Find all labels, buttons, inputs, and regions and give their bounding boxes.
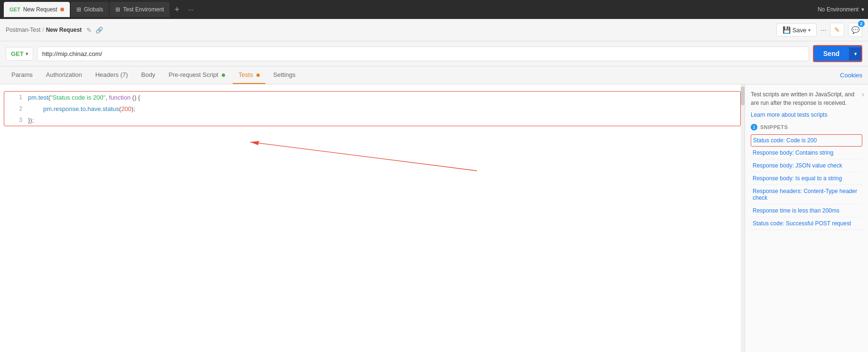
snippets-header: 1 SNIPPETS: [751, 124, 862, 130]
tab-tests[interactable]: Tests: [233, 66, 265, 84]
comment-icon-button[interactable]: 💬: [848, 23, 862, 37]
method-label: GET: [11, 50, 24, 57]
pre-request-label: Pre-request Script: [169, 71, 218, 78]
main-content: 1 pm.test("Status code is 200", function…: [0, 84, 868, 352]
line-number-1: 1: [8, 94, 22, 101]
code-line-2: 2 pm.response.to.have.status(200);: [4, 103, 740, 114]
pencil-icon: ✎: [834, 26, 840, 34]
breadcrumb-parent: Postman-Test: [6, 27, 40, 33]
method-arrow: ▾: [26, 51, 28, 56]
breadcrumb-current: New Request: [46, 27, 82, 33]
tab-test-env[interactable]: ⊞ Test Enviroment: [110, 2, 170, 17]
headers-label: Headers (7): [95, 71, 128, 78]
send-label: Send: [814, 46, 849, 61]
snippet-body-equal[interactable]: Response body: Is equal to a string: [751, 172, 862, 185]
send-dropdown-arrow[interactable]: ▾: [849, 47, 861, 60]
save-label: Save: [793, 27, 807, 34]
link-icon[interactable]: 🔗: [95, 27, 103, 34]
editor-scrollbar[interactable]: [741, 84, 745, 352]
request-tabs-nav: Params Authorization Headers (7) Body Pr…: [0, 66, 868, 84]
code-editor[interactable]: 1 pm.test("Status code is 200", function…: [0, 84, 745, 133]
globals-icon: ⊞: [76, 6, 81, 13]
line-number-3: 3: [8, 117, 22, 123]
code-content-1: pm.test("Status code is 200", function (…: [28, 94, 140, 101]
tab-label: Globals: [84, 6, 104, 13]
code-token: pm: [28, 94, 37, 101]
right-panel: › Test scripts are written in JavaScript…: [745, 84, 868, 352]
tab-body[interactable]: Body: [135, 66, 161, 84]
tab-authorization[interactable]: Authorization: [40, 66, 88, 84]
snippet-headers-content-type[interactable]: Response headers: Content-Type header ch…: [751, 185, 862, 204]
tab-bar: GET New Request ⊞ Globals ⊞ Test Envirom…: [0, 0, 868, 19]
settings-label: Settings: [273, 71, 295, 78]
editor-panel: 1 pm.test("Status code is 200", function…: [0, 84, 745, 352]
add-tab-button[interactable]: +: [170, 5, 183, 15]
breadcrumb: Postman-Test / New Request ✎ 🔗: [6, 27, 103, 34]
chevron-down-icon: ▾: [861, 6, 864, 13]
code-snippet-box: 1 pm.test("Status code is 200", function…: [4, 91, 741, 126]
learn-more-link[interactable]: Learn more about tests scripts: [751, 111, 827, 118]
save-dropdown-arrow: ▾: [808, 28, 811, 33]
url-input[interactable]: [37, 46, 809, 61]
save-icon: 💾: [783, 26, 791, 34]
method-select[interactable]: GET ▾: [6, 47, 33, 61]
tab-label: Test Enviroment: [123, 6, 164, 13]
unsaved-dot: [60, 8, 64, 11]
url-bar: GET ▾ Send ▾: [0, 41, 868, 66]
svg-line-1: [250, 142, 477, 171]
tab-headers[interactable]: Headers (7): [90, 66, 134, 84]
save-button[interactable]: 💾 Save ▾: [776, 23, 817, 37]
method-badge: GET: [9, 7, 20, 12]
params-label: Params: [11, 71, 33, 78]
tab-pre-request[interactable]: Pre-request Script: [163, 66, 231, 84]
code-content-2: pm.response.to.have.status(200);: [28, 105, 135, 112]
more-options-label[interactable]: ···: [821, 26, 826, 34]
more-tabs-button[interactable]: ···: [184, 6, 198, 13]
environment-selector[interactable]: No Environment ▾: [818, 6, 864, 13]
tests-dot: [256, 74, 260, 77]
right-panel-chevron[interactable]: ›: [862, 90, 864, 99]
scrollbar-thumb: [741, 86, 745, 105]
line-number-2: 2: [8, 105, 22, 112]
snippet-body-string[interactable]: Response body: Contains string: [751, 147, 862, 159]
code-line-3: 3 });: [4, 114, 740, 126]
header-actions: 💾 Save ▾ ··· ✎ 💬: [776, 23, 862, 37]
tab-params[interactable]: Params: [6, 66, 38, 84]
tab-settings[interactable]: Settings: [267, 66, 301, 84]
tab-label: New Request: [23, 6, 57, 13]
snippet-status-post[interactable]: Status code: Successful POST request: [751, 217, 862, 230]
breadcrumb-sep: /: [42, 27, 44, 33]
tests-label: Tests: [238, 71, 253, 78]
authorization-label: Authorization: [46, 71, 82, 78]
comment-icon: 💬: [851, 26, 859, 34]
env-name: No Environment: [818, 6, 859, 13]
tab-new-request[interactable]: GET New Request: [4, 2, 70, 17]
env-icon: ⊞: [115, 6, 120, 13]
snippets-badge: 1: [751, 124, 757, 130]
right-panel-description: Test scripts are written in JavaScript, …: [751, 90, 862, 107]
code-content-3: });: [28, 117, 34, 124]
tab-globals[interactable]: ⊞ Globals: [71, 2, 109, 17]
cookies-link[interactable]: Cookies: [840, 72, 862, 79]
snippet-status-200[interactable]: Status code: Code is 200: [751, 134, 862, 147]
snippets-title: SNIPPETS: [760, 124, 788, 130]
send-button[interactable]: Send ▾: [813, 45, 862, 62]
code-line-1: 1 pm.test("Status code is 200", function…: [4, 92, 740, 103]
edit-icon[interactable]: ✎: [86, 27, 92, 34]
snippet-body-json[interactable]: Response body: JSON value check: [751, 159, 862, 172]
body-label: Body: [141, 71, 155, 78]
edit-icon-button[interactable]: ✎: [830, 23, 844, 37]
request-header: Postman-Test / New Request ✎ 🔗 💾 Save ▾ …: [0, 19, 868, 41]
snippet-response-time[interactable]: Response time is less than 200ms: [751, 204, 862, 217]
pre-request-dot: [222, 74, 225, 77]
